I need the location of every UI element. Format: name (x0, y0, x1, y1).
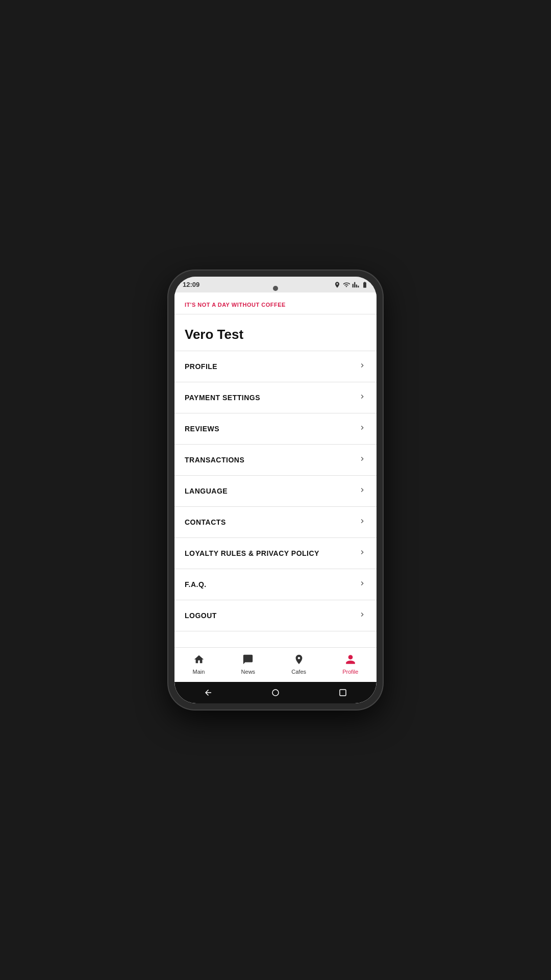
chevron-right-icon (358, 517, 366, 527)
menu-item-faq[interactable]: F.A.Q. (174, 569, 377, 600)
app-content: IT'S NOT A DAY WITHOUT COFFEE Vero Test … (174, 292, 377, 682)
menu-item-reviews[interactable]: REVIEWS (174, 413, 377, 445)
wifi-icon (343, 281, 350, 288)
menu-item-label-faq: F.A.Q. (185, 580, 207, 589)
back-button[interactable] (204, 688, 213, 697)
location-icon (334, 281, 341, 288)
chevron-right-icon (358, 486, 366, 496)
chevron-right-icon (358, 579, 366, 590)
nav-label-profile: Profile (342, 669, 358, 675)
menu-item-label-transactions: TRANSACTIONS (185, 456, 244, 464)
nav-label-news: News (241, 669, 256, 675)
app-header: IT'S NOT A DAY WITHOUT COFFEE (174, 292, 377, 314)
news-icon (242, 654, 254, 667)
battery-icon (361, 281, 368, 288)
phone-screen: 12:09 IT'S NOT A DAY WITHOUT COFFEE Ve (174, 277, 377, 703)
chevron-right-icon (358, 548, 366, 558)
status-time: 12:09 (183, 281, 199, 288)
menu-item-logout[interactable]: LOGOUT (174, 600, 377, 631)
user-name: Vero Test (185, 327, 243, 342)
chevron-right-icon (358, 393, 366, 403)
menu-item-label-profile: PROFILE (185, 362, 217, 371)
android-bar (174, 682, 377, 703)
profile-icon (345, 654, 356, 667)
recents-button[interactable] (338, 688, 347, 697)
menu-item-label-payment-settings: PAYMENT SETTINGS (185, 394, 260, 402)
status-bar: 12:09 (174, 277, 377, 292)
nav-item-main[interactable]: Main (185, 652, 213, 677)
menu-item-language[interactable]: LANGUAGE (174, 476, 377, 507)
menu-item-profile[interactable]: PROFILE (174, 351, 377, 382)
cafes-icon (293, 654, 305, 667)
nav-item-news[interactable]: News (233, 652, 264, 677)
menu-item-label-reviews: REVIEWS (185, 425, 219, 433)
user-name-section: Vero Test (174, 314, 377, 351)
status-icons (334, 281, 368, 288)
menu-item-label-contacts: CONTACTS (185, 518, 226, 526)
menu-item-label-loyalty-rules: LOYALTY RULES & PRIVACY POLICY (185, 549, 319, 557)
nav-label-cafes: Cafes (291, 669, 306, 675)
nav-item-cafes[interactable]: Cafes (283, 652, 314, 677)
camera-dot (273, 286, 278, 291)
menu-item-payment-settings[interactable]: PAYMENT SETTINGS (174, 382, 377, 413)
nav-item-profile[interactable]: Profile (334, 652, 366, 677)
menu-item-label-language: LANGUAGE (185, 487, 228, 495)
app-tagline: IT'S NOT A DAY WITHOUT COFFEE (185, 302, 286, 308)
home-button[interactable] (271, 688, 280, 697)
nav-label-main: Main (193, 669, 205, 675)
svg-point-0 (272, 690, 279, 696)
menu-item-contacts[interactable]: CONTACTS (174, 507, 377, 538)
menu-item-transactions[interactable]: TRANSACTIONS (174, 445, 377, 476)
chevron-right-icon (358, 455, 366, 465)
chevron-right-icon (358, 424, 366, 434)
home-icon (193, 654, 205, 667)
chevron-right-icon (358, 361, 366, 372)
bottom-nav: Main News Cafes (174, 647, 377, 682)
signal-icon (352, 281, 359, 288)
menu-item-label-logout: LOGOUT (185, 611, 217, 620)
chevron-right-icon (358, 610, 366, 621)
menu-list: PROFILEPAYMENT SETTINGSREVIEWSTRANSACTIO… (174, 351, 377, 647)
svg-rect-1 (340, 690, 346, 696)
phone-frame: 12:09 IT'S NOT A DAY WITHOUT COFFEE Ve (168, 271, 383, 709)
menu-item-loyalty-rules[interactable]: LOYALTY RULES & PRIVACY POLICY (174, 538, 377, 569)
